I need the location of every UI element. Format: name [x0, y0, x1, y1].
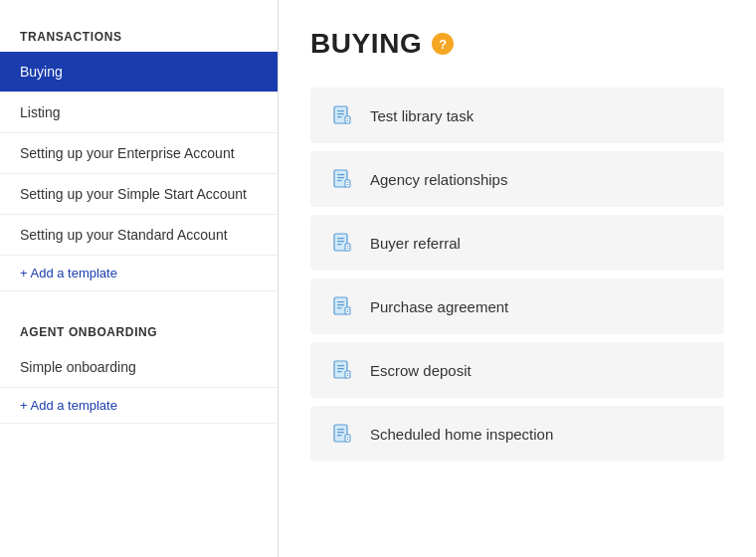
add-template-agent-onboarding[interactable]: + Add a template [0, 388, 278, 424]
svg-rect-32 [345, 371, 350, 378]
task-label: Agency relationships [370, 171, 507, 188]
sidebar-section-transactions: TRANSACTIONS Buying Listing Setting up y… [0, 20, 278, 291]
task-label: Test library task [370, 107, 473, 124]
document-icon [328, 101, 356, 129]
svg-rect-36 [337, 429, 344, 430]
svg-rect-6 [347, 120, 349, 121]
svg-rect-30 [337, 368, 344, 369]
svg-rect-23 [337, 304, 344, 305]
task-item-test-library-task[interactable]: Test library task [310, 88, 724, 143]
task-list: Test library task Agency relationships [310, 88, 724, 462]
sidebar-item-simple-start[interactable]: Setting up your Simple Start Account [0, 174, 278, 215]
svg-rect-39 [345, 435, 350, 442]
svg-rect-41 [347, 439, 349, 440]
task-item-agency-relationships[interactable]: Agency relationships [310, 151, 724, 207]
sidebar-item-simple-onboarding[interactable]: Simple onboarding [0, 347, 278, 388]
sidebar-item-enterprise[interactable]: Setting up your Enterprise Account [0, 133, 278, 174]
svg-rect-33 [347, 373, 349, 374]
svg-rect-16 [337, 241, 344, 242]
document-icon [328, 165, 356, 193]
svg-rect-31 [337, 371, 342, 372]
svg-rect-19 [347, 246, 349, 247]
document-icon [328, 420, 356, 448]
svg-rect-34 [347, 375, 349, 376]
svg-rect-27 [347, 311, 349, 312]
task-item-purchase-agreement[interactable]: Purchase agreement [310, 278, 724, 334]
svg-rect-1 [337, 110, 344, 111]
svg-rect-20 [347, 248, 349, 249]
svg-rect-22 [337, 301, 344, 302]
svg-rect-13 [347, 184, 349, 185]
svg-rect-11 [345, 180, 350, 187]
svg-rect-12 [347, 182, 349, 183]
task-label: Escrow deposit [370, 362, 472, 379]
svg-rect-5 [347, 118, 349, 119]
page-title: BUYING [310, 28, 422, 60]
svg-rect-4 [345, 116, 350, 123]
svg-rect-9 [337, 177, 344, 178]
task-label: Buyer referral [370, 235, 461, 252]
svg-rect-8 [337, 174, 344, 175]
svg-rect-18 [345, 244, 350, 251]
task-item-escrow-deposit[interactable]: Escrow deposit [310, 342, 724, 398]
svg-rect-40 [347, 437, 349, 438]
svg-rect-17 [337, 244, 342, 245]
add-template-transactions[interactable]: + Add a template [0, 256, 278, 291]
task-item-scheduled-home-inspection[interactable]: Scheduled home inspection [310, 406, 724, 462]
svg-rect-2 [337, 113, 344, 114]
document-icon [328, 292, 356, 320]
svg-rect-15 [337, 238, 344, 239]
page-title-row: BUYING ? [310, 28, 724, 60]
help-icon[interactable]: ? [432, 33, 454, 55]
sidebar-section-title-agent-onboarding: AGENT ONBOARDING [0, 315, 278, 347]
sidebar-item-standard[interactable]: Setting up your Standard Account [0, 215, 278, 256]
sidebar-section-agent-onboarding: AGENT ONBOARDING Simple onboarding + Add… [0, 315, 278, 424]
svg-rect-3 [337, 116, 342, 117]
svg-rect-37 [337, 432, 344, 433]
svg-rect-25 [345, 307, 350, 314]
sidebar-section-title-transactions: TRANSACTIONS [0, 20, 278, 52]
task-item-buyer-referral[interactable]: Buyer referral [310, 215, 724, 271]
svg-rect-38 [337, 435, 342, 436]
sidebar-item-buying[interactable]: Buying [0, 52, 278, 93]
main-content: BUYING ? Test library task [279, 0, 756, 557]
document-icon [328, 356, 356, 384]
svg-rect-26 [347, 309, 349, 310]
svg-rect-29 [337, 365, 344, 366]
sidebar: TRANSACTIONS Buying Listing Setting up y… [0, 0, 279, 557]
task-label: Purchase agreement [370, 298, 508, 315]
sidebar-item-listing[interactable]: Listing [0, 93, 278, 133]
task-label: Scheduled home inspection [370, 426, 553, 443]
svg-rect-10 [337, 180, 342, 181]
svg-rect-24 [337, 307, 342, 308]
document-icon [328, 229, 356, 257]
